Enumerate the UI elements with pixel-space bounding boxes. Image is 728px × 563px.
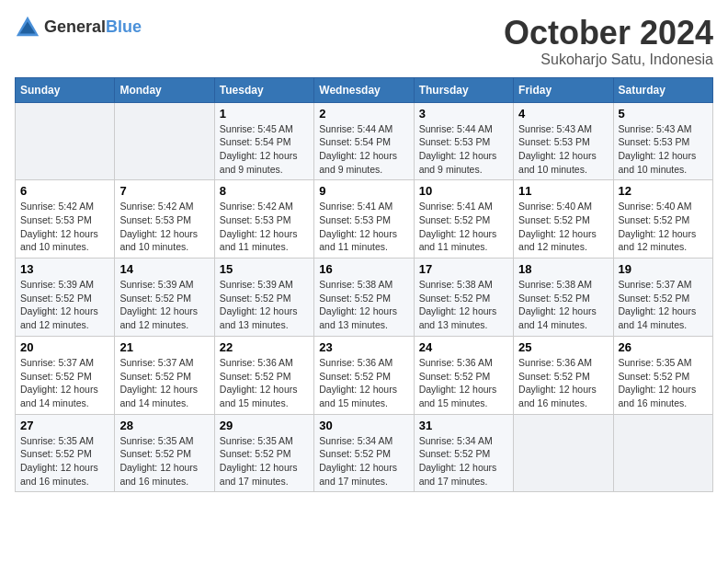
day-info: Sunrise: 5:39 AM Sunset: 5:52 PM Dayligh… <box>220 279 298 330</box>
calendar-cell <box>115 102 214 180</box>
day-info: Sunrise: 5:41 AM Sunset: 5:53 PM Dayligh… <box>319 201 397 252</box>
calendar-cell: 9Sunrise: 5:41 AM Sunset: 5:53 PM Daylig… <box>314 180 414 259</box>
day-number: 16 <box>319 262 408 276</box>
day-number: 15 <box>220 262 309 276</box>
calendar-cell: 28Sunrise: 5:35 AM Sunset: 5:52 PM Dayli… <box>115 414 214 492</box>
calendar-cell: 12Sunrise: 5:40 AM Sunset: 5:52 PM Dayli… <box>613 180 712 259</box>
day-info: Sunrise: 5:36 AM Sunset: 5:52 PM Dayligh… <box>319 357 397 408</box>
calendar-cell: 4Sunrise: 5:43 AM Sunset: 5:53 PM Daylig… <box>514 102 613 180</box>
day-number: 24 <box>419 340 508 354</box>
calendar-cell: 24Sunrise: 5:36 AM Sunset: 5:52 PM Dayli… <box>414 336 513 414</box>
calendar-cell: 13Sunrise: 5:39 AM Sunset: 5:52 PM Dayli… <box>16 259 115 337</box>
day-info: Sunrise: 5:41 AM Sunset: 5:52 PM Dayligh… <box>419 201 497 252</box>
calendar-cell: 5Sunrise: 5:43 AM Sunset: 5:53 PM Daylig… <box>613 102 712 180</box>
calendar-week-5: 27Sunrise: 5:35 AM Sunset: 5:52 PM Dayli… <box>16 414 713 492</box>
day-number: 25 <box>518 340 608 354</box>
day-number: 10 <box>419 184 508 198</box>
location-subtitle: Sukoharjo Satu, Indonesia <box>504 52 713 68</box>
logo-icon <box>15 15 40 40</box>
calendar-cell: 16Sunrise: 5:38 AM Sunset: 5:52 PM Dayli… <box>314 259 414 337</box>
calendar-cell: 17Sunrise: 5:38 AM Sunset: 5:52 PM Dayli… <box>414 259 513 337</box>
calendar-cell: 27Sunrise: 5:35 AM Sunset: 5:52 PM Dayli… <box>16 414 115 492</box>
calendar-body: 1Sunrise: 5:45 AM Sunset: 5:54 PM Daylig… <box>16 102 713 492</box>
weekday-header-tuesday: Tuesday <box>214 77 313 102</box>
weekday-header-friday: Friday <box>514 77 613 102</box>
weekday-header-wednesday: Wednesday <box>314 77 414 102</box>
day-number: 27 <box>20 419 109 432</box>
calendar-cell: 2Sunrise: 5:44 AM Sunset: 5:54 PM Daylig… <box>314 102 414 180</box>
calendar-cell <box>514 414 613 492</box>
calendar-cell: 14Sunrise: 5:39 AM Sunset: 5:52 PM Dayli… <box>115 259 214 337</box>
calendar-cell <box>613 414 712 492</box>
day-number: 20 <box>20 340 109 354</box>
page-header: GeneralBlue October 2024 Sukoharjo Satu,… <box>15 15 713 68</box>
day-info: Sunrise: 5:42 AM Sunset: 5:53 PM Dayligh… <box>20 201 98 252</box>
calendar-cell: 8Sunrise: 5:42 AM Sunset: 5:53 PM Daylig… <box>214 180 313 259</box>
day-info: Sunrise: 5:43 AM Sunset: 5:53 PM Dayligh… <box>518 123 597 175</box>
day-info: Sunrise: 5:36 AM Sunset: 5:52 PM Dayligh… <box>419 357 497 408</box>
day-number: 12 <box>619 184 708 198</box>
calendar-cell: 30Sunrise: 5:34 AM Sunset: 5:52 PM Dayli… <box>314 414 414 492</box>
day-number: 4 <box>518 107 608 121</box>
day-number: 21 <box>119 340 209 354</box>
day-info: Sunrise: 5:40 AM Sunset: 5:52 PM Dayligh… <box>518 201 597 252</box>
day-info: Sunrise: 5:44 AM Sunset: 5:54 PM Dayligh… <box>319 123 397 175</box>
calendar-week-4: 20Sunrise: 5:37 AM Sunset: 5:52 PM Dayli… <box>16 336 713 414</box>
calendar-cell: 19Sunrise: 5:37 AM Sunset: 5:52 PM Dayli… <box>613 259 712 337</box>
day-info: Sunrise: 5:34 AM Sunset: 5:52 PM Dayligh… <box>319 435 397 487</box>
day-info: Sunrise: 5:35 AM Sunset: 5:52 PM Dayligh… <box>619 357 697 408</box>
day-number: 11 <box>518 184 608 198</box>
day-number: 26 <box>619 340 708 354</box>
day-info: Sunrise: 5:42 AM Sunset: 5:53 PM Dayligh… <box>119 201 198 252</box>
calendar-cell: 21Sunrise: 5:37 AM Sunset: 5:52 PM Dayli… <box>115 336 214 414</box>
weekday-header-monday: Monday <box>115 77 214 102</box>
day-number: 31 <box>419 419 508 432</box>
day-info: Sunrise: 5:45 AM Sunset: 5:54 PM Dayligh… <box>220 123 298 175</box>
calendar-week-1: 1Sunrise: 5:45 AM Sunset: 5:54 PM Daylig… <box>16 102 713 180</box>
calendar-cell: 25Sunrise: 5:36 AM Sunset: 5:52 PM Dayli… <box>514 336 613 414</box>
calendar-cell: 23Sunrise: 5:36 AM Sunset: 5:52 PM Dayli… <box>314 336 414 414</box>
day-number: 13 <box>20 262 109 276</box>
day-number: 18 <box>518 262 608 276</box>
day-info: Sunrise: 5:43 AM Sunset: 5:53 PM Dayligh… <box>619 123 697 175</box>
day-info: Sunrise: 5:35 AM Sunset: 5:52 PM Dayligh… <box>20 435 98 487</box>
day-info: Sunrise: 5:35 AM Sunset: 5:52 PM Dayligh… <box>220 435 298 487</box>
day-info: Sunrise: 5:42 AM Sunset: 5:53 PM Dayligh… <box>220 201 298 252</box>
month-title: October 2024 <box>504 15 713 52</box>
calendar-cell: 29Sunrise: 5:35 AM Sunset: 5:52 PM Dayli… <box>214 414 313 492</box>
day-number: 23 <box>319 340 408 354</box>
day-info: Sunrise: 5:37 AM Sunset: 5:52 PM Dayligh… <box>119 357 198 408</box>
weekday-header-thursday: Thursday <box>414 77 513 102</box>
day-info: Sunrise: 5:39 AM Sunset: 5:52 PM Dayligh… <box>20 279 98 330</box>
day-number: 9 <box>319 184 408 198</box>
day-number: 8 <box>220 184 309 198</box>
calendar-week-2: 6Sunrise: 5:42 AM Sunset: 5:53 PM Daylig… <box>16 180 713 259</box>
day-info: Sunrise: 5:44 AM Sunset: 5:53 PM Dayligh… <box>419 123 497 175</box>
weekday-header-sunday: Sunday <box>16 77 115 102</box>
logo-general-text: General <box>44 17 106 36</box>
calendar-table: SundayMondayTuesdayWednesdayThursdayFrid… <box>15 77 713 493</box>
logo-blue-text: Blue <box>106 17 142 36</box>
day-number: 2 <box>319 107 408 121</box>
day-number: 3 <box>419 107 508 121</box>
calendar-cell: 26Sunrise: 5:35 AM Sunset: 5:52 PM Dayli… <box>613 336 712 414</box>
day-number: 28 <box>119 419 209 432</box>
day-number: 1 <box>220 107 309 121</box>
day-info: Sunrise: 5:38 AM Sunset: 5:52 PM Dayligh… <box>319 279 397 330</box>
calendar-cell: 7Sunrise: 5:42 AM Sunset: 5:53 PM Daylig… <box>115 180 214 259</box>
calendar-cell: 10Sunrise: 5:41 AM Sunset: 5:52 PM Dayli… <box>414 180 513 259</box>
weekday-header-row: SundayMondayTuesdayWednesdayThursdayFrid… <box>16 77 713 102</box>
title-area: October 2024 Sukoharjo Satu, Indonesia <box>504 15 713 68</box>
day-number: 19 <box>619 262 708 276</box>
day-number: 14 <box>119 262 209 276</box>
logo: GeneralBlue <box>15 15 142 40</box>
day-info: Sunrise: 5:34 AM Sunset: 5:52 PM Dayligh… <box>419 435 497 487</box>
day-number: 7 <box>119 184 209 198</box>
day-info: Sunrise: 5:38 AM Sunset: 5:52 PM Dayligh… <box>419 279 497 330</box>
day-number: 29 <box>220 419 309 432</box>
calendar-cell: 22Sunrise: 5:36 AM Sunset: 5:52 PM Dayli… <box>214 336 313 414</box>
calendar-week-3: 13Sunrise: 5:39 AM Sunset: 5:52 PM Dayli… <box>16 259 713 337</box>
day-number: 30 <box>319 419 408 432</box>
day-number: 22 <box>220 340 309 354</box>
day-info: Sunrise: 5:37 AM Sunset: 5:52 PM Dayligh… <box>20 357 98 408</box>
